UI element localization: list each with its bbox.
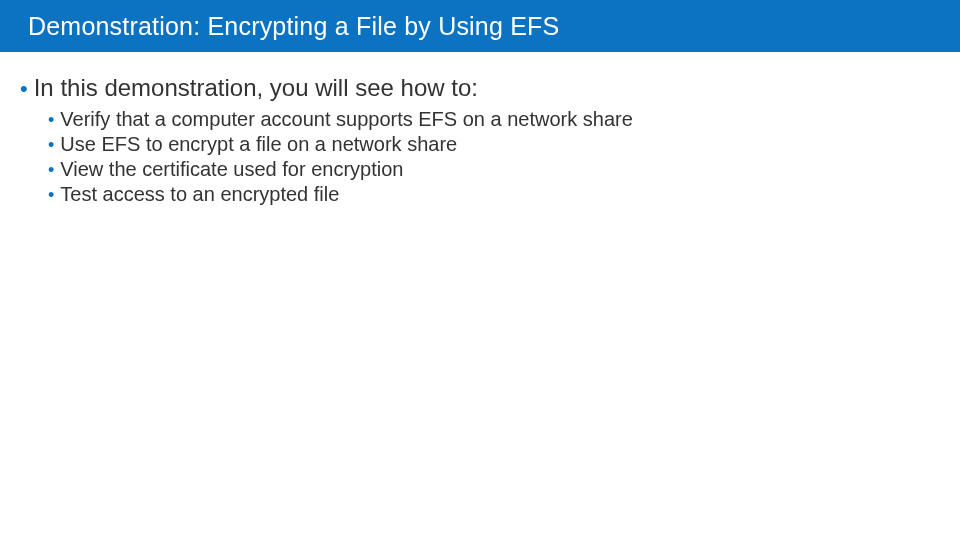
list-item-text: Test access to an encrypted file xyxy=(60,183,339,206)
bullet-icon: • xyxy=(48,111,54,129)
list-item: • Verify that a computer account support… xyxy=(48,108,940,131)
slide-title: Demonstration: Encrypting a File by Usin… xyxy=(28,12,559,41)
list-item: • View the certificate used for encrypti… xyxy=(48,158,940,181)
bullet-icon: • xyxy=(20,78,28,100)
bullet-icon: • xyxy=(48,136,54,154)
intro-text: In this demonstration, you will see how … xyxy=(34,74,478,102)
bullet-icon: • xyxy=(48,161,54,179)
list-item-text: Verify that a computer account supports … xyxy=(60,108,633,131)
bullet-icon: • xyxy=(48,186,54,204)
list-item: • Test access to an encrypted file xyxy=(48,183,940,206)
intro-line: • In this demonstration, you will see ho… xyxy=(20,74,940,102)
list-item-text: Use EFS to encrypt a file on a network s… xyxy=(60,133,457,156)
list-item: • Use EFS to encrypt a file on a network… xyxy=(48,133,940,156)
slide: Demonstration: Encrypting a File by Usin… xyxy=(0,0,960,540)
list-item-text: View the certificate used for encryption xyxy=(60,158,403,181)
title-bar: Demonstration: Encrypting a File by Usin… xyxy=(0,0,960,52)
sub-bullet-list: • Verify that a computer account support… xyxy=(20,108,940,206)
slide-content: • In this demonstration, you will see ho… xyxy=(0,52,960,206)
